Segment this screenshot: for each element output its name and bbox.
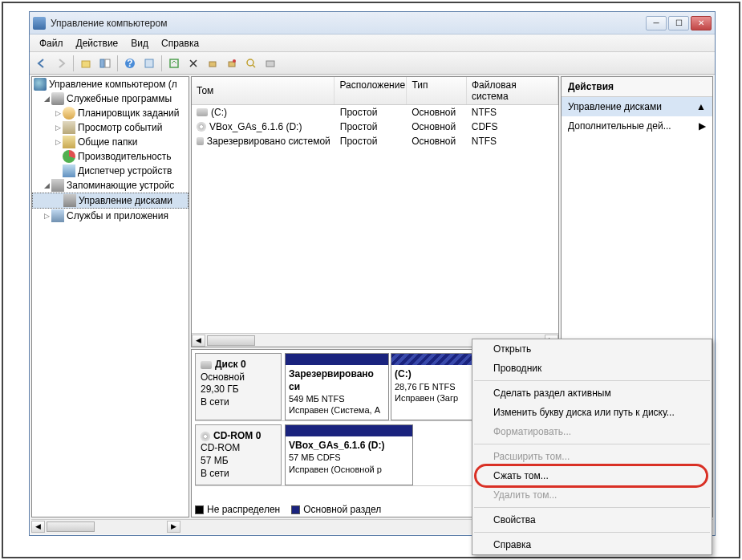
menu-separator — [474, 507, 710, 508]
menu-action[interactable]: Действие — [70, 36, 125, 51]
volume-fs: NTFS — [467, 135, 558, 148]
scroll-thumb[interactable] — [207, 335, 255, 346]
menu-separator — [474, 380, 710, 381]
tb-help-button[interactable]: ? — [121, 55, 139, 72]
svg-rect-12 — [266, 61, 274, 67]
tb-props-button[interactable] — [140, 55, 158, 72]
actions-diskmgmt-label: Управление дисками — [568, 101, 662, 112]
ctx-change-letter[interactable]: Изменить букву диска или путь к диску... — [472, 403, 712, 422]
tree-utilities-label: Служебные программы — [67, 93, 172, 104]
expand-icon[interactable]: ▷ — [53, 124, 63, 132]
svg-rect-7 — [209, 62, 216, 67]
svg-rect-0 — [82, 61, 90, 67]
tb-search-button[interactable] — [242, 55, 260, 72]
tree-perf[interactable]: Производительность — [32, 149, 189, 164]
scroll-right-button[interactable]: ▶ — [167, 521, 180, 533]
actions-diskmgmt[interactable]: Управление дисками▲ — [562, 97, 712, 116]
disk-size: 57 МБ — [201, 455, 276, 468]
partition-title: VBox_GAs_6.1.6 (D:) — [289, 440, 409, 452]
scheduler-icon — [63, 107, 75, 120]
nav-forward-button[interactable] — [52, 55, 70, 72]
svg-line-11 — [253, 65, 255, 67]
tree-scheduler[interactable]: ▷Планировщик заданий — [32, 106, 189, 120]
tree-root-label: Управление компьютером (л — [49, 79, 177, 90]
tree-events[interactable]: ▷Просмотр событий — [32, 120, 189, 135]
tree-storage[interactable]: ◢Запоминающие устройс — [32, 178, 189, 193]
volume-row[interactable]: Зарезервировано системой Простой Основно… — [192, 134, 558, 148]
titlebar[interactable]: Управление компьютером ─ ☐ ✕ — [30, 12, 715, 34]
tb-action1-button[interactable] — [204, 55, 221, 72]
menu-help[interactable]: Справка — [155, 36, 205, 51]
actions-more[interactable]: Дополнительные дей...▶ — [562, 116, 712, 136]
tools-icon — [51, 92, 64, 105]
ctx-open[interactable]: Открыть — [472, 339, 712, 359]
maximize-button[interactable]: ☐ — [668, 16, 689, 30]
close-button[interactable]: ✕ — [691, 16, 712, 30]
actions-more-label: Дополнительные дей... — [568, 120, 671, 132]
expand-icon[interactable]: ▷ — [42, 212, 51, 220]
volume-layout: Простой — [335, 120, 407, 133]
tb-up-button[interactable] — [77, 55, 95, 72]
col-type[interactable]: Тип — [407, 77, 466, 104]
tree-devmgr[interactable]: Диспетчер устройств — [32, 164, 189, 178]
context-menu: Открыть Проводник Сделать раздел активны… — [472, 339, 712, 555]
volume-list[interactable]: Том Расположение Тип Файловая система (C… — [191, 76, 559, 347]
scroll-left-button[interactable]: ◀ — [31, 521, 45, 533]
tree-storage-label: Запоминающие устройс — [67, 180, 174, 191]
legend-unalloc-label: Не распределен — [207, 504, 280, 515]
tree-utilities[interactable]: ◢Служебные программы — [32, 91, 189, 106]
tb-action2-button[interactable] — [223, 55, 241, 72]
nav-back-button[interactable] — [33, 55, 51, 72]
services-icon — [51, 209, 64, 222]
computer-icon — [34, 78, 47, 91]
ctx-help[interactable]: Справка — [472, 535, 712, 554]
legend-unalloc-swatch — [195, 505, 204, 514]
cd-icon — [201, 432, 210, 441]
legend-primary-swatch — [291, 505, 300, 514]
tree-services[interactable]: ▷Службы и приложения — [32, 209, 189, 223]
ctx-extend[interactable]: Расширить том... — [472, 447, 712, 466]
app-icon — [33, 17, 46, 30]
volume-layout: Простой — [335, 106, 407, 119]
ctx-make-active[interactable]: Сделать раздел активным — [472, 383, 712, 403]
perf-icon — [63, 150, 75, 163]
disk-label[interactable]: CD-ROM 0 CD-ROM 57 МБ В сети — [195, 424, 282, 485]
minimize-button[interactable]: ─ — [646, 16, 667, 30]
ctx-delete[interactable]: Удалить том... — [472, 485, 712, 505]
disk-label[interactable]: Диск 0 Основной 29,30 ГБ В сети — [195, 353, 282, 420]
screenshot-frame: Управление компьютером ─ ☐ ✕ Файл Действ… — [2, 2, 740, 558]
storage-icon — [51, 179, 64, 192]
tree-devmgr-label: Диспетчер устройств — [78, 165, 172, 177]
col-volume[interactable]: Том — [192, 77, 335, 104]
tree-diskmgmt[interactable]: Управление дисками — [32, 193, 189, 209]
tb-refresh-button[interactable] — [165, 55, 183, 72]
expand-icon[interactable]: ◢ — [42, 181, 51, 189]
menu-view[interactable]: Вид — [124, 36, 155, 51]
tb-settings-button[interactable] — [262, 55, 279, 72]
partition-status: Исправен (Основной р — [289, 464, 409, 475]
tree-pane[interactable]: Управление компьютером (л ◢Служебные про… — [31, 76, 189, 517]
volume-row[interactable]: (C:) Простой Основной NTFS — [192, 105, 558, 120]
partition[interactable]: VBox_GAs_6.1.6 (D:) 57 МБ CDFS Исправен … — [285, 424, 413, 485]
disk-name: CD-ROM 0 — [213, 430, 261, 443]
expand-icon[interactable]: ◢ — [42, 95, 51, 103]
ctx-shrink[interactable]: Сжать том... — [472, 466, 712, 485]
ctx-properties[interactable]: Свойства — [472, 510, 712, 530]
tree-root[interactable]: Управление компьютером (л — [32, 77, 189, 91]
expand-icon[interactable]: ▷ — [53, 138, 63, 146]
ctx-explorer[interactable]: Проводник — [472, 359, 712, 378]
tree-shared[interactable]: ▷Общие папки — [32, 135, 189, 149]
scroll-left-button[interactable]: ◀ — [192, 335, 205, 347]
menu-file[interactable]: Файл — [33, 36, 70, 51]
tb-show-hide-button[interactable] — [96, 55, 114, 72]
volume-row[interactable]: VBox_GAs_6.1.6 (D:) Простой Основной CDF… — [192, 120, 558, 134]
expand-icon[interactable]: ▷ — [53, 109, 63, 117]
col-layout[interactable]: Расположение — [335, 77, 407, 104]
svg-point-10 — [247, 59, 253, 66]
tb-delete-button[interactable] — [184, 55, 202, 72]
partition[interactable]: Зарезервировано си 549 МБ NTFS Исправен … — [285, 353, 389, 420]
ctx-format[interactable]: Форматировать... — [472, 422, 712, 441]
col-fs[interactable]: Файловая система — [467, 77, 558, 104]
scroll-thumb[interactable] — [47, 521, 95, 532]
events-icon — [63, 121, 75, 134]
